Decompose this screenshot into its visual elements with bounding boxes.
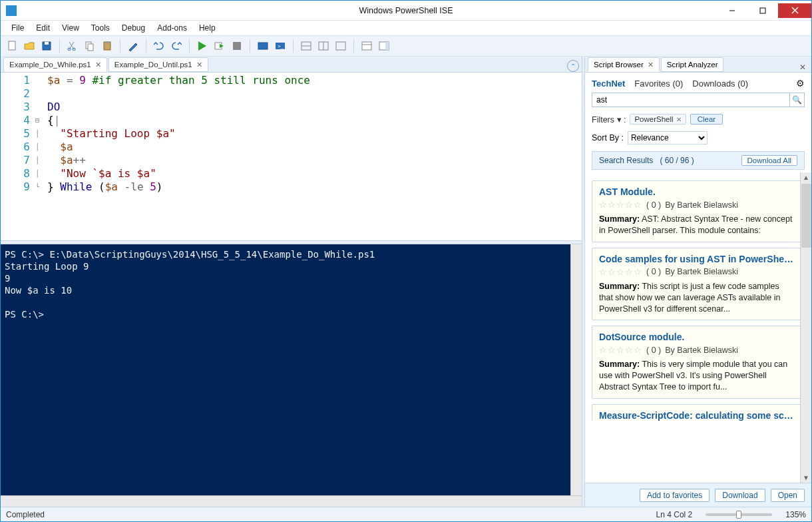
cursor-position: Ln 4 Col 2 xyxy=(656,510,693,519)
line-gutter: 1 2 3 4 5 6 7 8 9 xyxy=(1,73,35,240)
console[interactable]: PS C:\> E:\Data\ScriptingGuys\2014\HSG_5… xyxy=(1,244,570,495)
code-body[interactable]: $a = 9 #if greater than 5 still runs onc… xyxy=(46,73,582,240)
svg-rect-1 xyxy=(760,8,765,13)
menu-edit[interactable]: Edit xyxy=(31,23,55,33)
close-icon[interactable]: ✕ xyxy=(95,61,101,69)
titlebar: Windows PowerShell ISE xyxy=(1,1,811,21)
separator-icon xyxy=(120,39,120,53)
tab-do-while[interactable]: Example_Do_While.ps1 ✕ xyxy=(3,57,107,72)
downloads-link[interactable]: Downloads (0) xyxy=(692,79,748,89)
code-token xyxy=(144,180,150,193)
window: Windows PowerShell ISE File Edit View To… xyxy=(0,0,812,522)
rating: ( 0 ) xyxy=(646,267,661,276)
maximize-button[interactable] xyxy=(747,3,778,18)
redo-icon[interactable] xyxy=(169,39,184,53)
sb-footer: Add to favorites Download Open xyxy=(585,483,811,507)
filter-chip[interactable]: PowerShell ✕ xyxy=(630,114,686,125)
list-item[interactable]: AST Module. ☆☆☆☆☆ ( 0 ) By Bartek Bielaw… xyxy=(592,180,802,242)
code-token: ++ xyxy=(73,154,86,166)
tab-do-until[interactable]: Example_Do_Until.ps1 ✕ xyxy=(108,57,208,72)
sb-nav: TechNet Favorites (0) Downloads (0) ⚙ xyxy=(592,78,805,89)
scroll-down-icon[interactable]: ▼ xyxy=(803,474,809,481)
close-panel-icon[interactable]: ✕ xyxy=(799,63,806,72)
close-button[interactable] xyxy=(778,3,811,18)
open-icon[interactable] xyxy=(22,39,37,53)
run-selection-icon[interactable] xyxy=(212,39,227,53)
favorites-link[interactable]: Favorites (0) xyxy=(634,79,683,89)
close-icon[interactable]: ✕ xyxy=(648,61,654,69)
paste-icon[interactable] xyxy=(100,39,114,53)
copy-icon[interactable] xyxy=(83,39,97,53)
menu-help[interactable]: Help xyxy=(194,23,221,33)
results-vscrollbar[interactable]: ▲ ▼ xyxy=(800,172,811,483)
powershell-icon[interactable]: >_ xyxy=(273,39,288,53)
download-all-button[interactable]: Download All xyxy=(741,155,797,166)
remove-chip-icon[interactable]: ✕ xyxy=(676,116,682,123)
gear-icon[interactable]: ⚙ xyxy=(796,78,805,89)
tab-script-analyzer[interactable]: Script Analyzer xyxy=(661,57,724,72)
search-icon[interactable]: 🔍 xyxy=(789,93,804,107)
list-item[interactable]: Code samples for using AST in PowerShell… xyxy=(592,248,802,321)
save-icon[interactable] xyxy=(39,39,54,53)
result-summary: Summary: This is very simple module that… xyxy=(599,359,795,393)
window-title: Windows PowerShell ISE xyxy=(359,6,453,15)
scroll-thumb[interactable] xyxy=(801,184,811,248)
console-vscrollbar[interactable] xyxy=(570,244,582,495)
code-editor[interactable]: 1 2 3 4 5 6 7 8 9 ⊟││││└ $a = 9 #if grea… xyxy=(1,73,582,240)
close-icon[interactable]: ✕ xyxy=(196,61,202,69)
expand-tabs-icon[interactable]: ⌃ xyxy=(567,60,579,72)
hscrollbar[interactable] xyxy=(1,495,582,507)
new-icon[interactable] xyxy=(5,39,19,53)
line-number: 4 xyxy=(6,114,30,127)
showcommands-icon[interactable] xyxy=(359,39,374,53)
layout3-icon[interactable] xyxy=(333,39,348,53)
minimize-button[interactable] xyxy=(717,3,747,18)
line-number: 5 xyxy=(6,127,30,140)
search-input[interactable] xyxy=(592,93,789,107)
zoom-thumb[interactable] xyxy=(736,511,741,519)
svg-rect-14 xyxy=(105,41,109,43)
add-favorites-button[interactable]: Add to favorites xyxy=(640,489,710,502)
tab-label: Script Analyzer xyxy=(667,61,718,69)
code-token: #if greater than 5 still runs once xyxy=(86,74,310,87)
tab-script-browser[interactable]: Script Browser ✕ xyxy=(588,57,660,72)
list-item[interactable]: Measure-ScriptCode: calculating some scr… xyxy=(592,404,802,421)
layout2-icon[interactable] xyxy=(316,39,331,53)
run-icon[interactable] xyxy=(195,39,210,53)
author: By Bartek Bielawski xyxy=(665,267,738,276)
open-button[interactable]: Open xyxy=(771,489,805,502)
sort-select[interactable]: Relevance xyxy=(628,131,708,144)
tab-label: Example_Do_Until.ps1 xyxy=(114,61,192,69)
menu-debug[interactable]: Debug xyxy=(116,23,150,33)
menu-tools[interactable]: Tools xyxy=(86,23,115,33)
technet-link[interactable]: TechNet xyxy=(592,79,625,89)
fold-gutter: ⊟││││└ xyxy=(35,73,46,240)
scroll-up-icon[interactable]: ▲ xyxy=(803,174,809,181)
line-number: 2 xyxy=(6,87,30,101)
zoom-slider[interactable] xyxy=(706,513,772,516)
stars-icon: ☆☆☆☆☆ xyxy=(599,200,642,210)
undo-icon[interactable] xyxy=(152,39,166,53)
window-controls xyxy=(717,3,811,18)
menu-view[interactable]: View xyxy=(57,23,85,33)
code-token: $a xyxy=(105,180,118,193)
menu-addons[interactable]: Add-ons xyxy=(152,23,192,33)
code-token: } xyxy=(47,180,60,193)
toolbar: >_ xyxy=(1,35,811,57)
showpanel-icon[interactable] xyxy=(377,39,391,53)
menu-file[interactable]: File xyxy=(6,23,29,33)
remote-icon[interactable] xyxy=(256,39,270,53)
code-token: While xyxy=(60,180,92,193)
status-text: Completed xyxy=(6,510,45,519)
layout1-icon[interactable] xyxy=(299,39,313,53)
line-number: 1 xyxy=(6,74,30,87)
separator-icon xyxy=(59,39,60,53)
list-item[interactable]: DotSource module. ☆☆☆☆☆ ( 0 ) By Bartek … xyxy=(592,326,802,399)
clear-button[interactable]: Clear xyxy=(690,114,723,125)
stars-icon: ☆☆☆☆☆ xyxy=(599,267,642,277)
stop-icon[interactable] xyxy=(230,39,244,53)
cut-icon[interactable] xyxy=(65,39,80,53)
download-button[interactable]: Download xyxy=(715,489,765,502)
clear-icon[interactable] xyxy=(126,39,140,53)
fold-toggle-icon[interactable]: ⊟ xyxy=(35,114,46,127)
